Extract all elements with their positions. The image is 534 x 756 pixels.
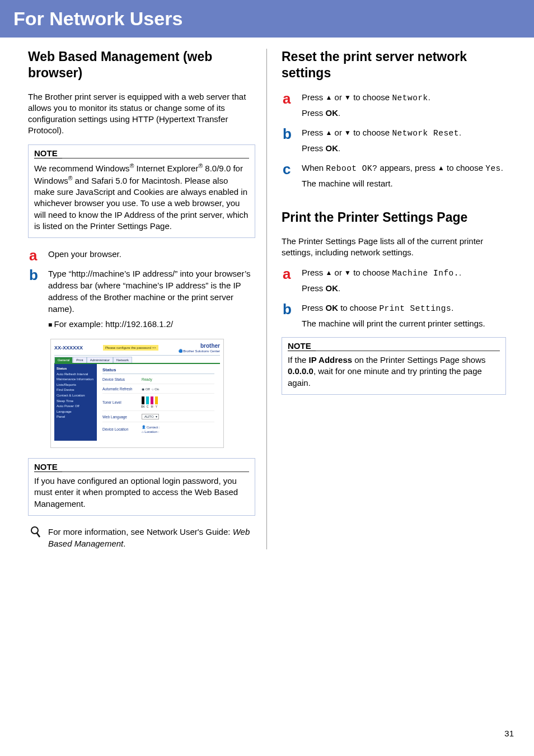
note-box-1: NOTE We recommend Windows® Internet Expl… (28, 144, 255, 239)
info-prefix: For more information, see Network User's… (48, 527, 233, 536)
note-box-2: NOTE If you have configured an optional … (28, 458, 255, 516)
step-marker-a: a (28, 248, 48, 263)
step-marker-a-r2: a (282, 267, 302, 297)
ss-main: Status Device Status Ready Automatic Ref… (97, 364, 220, 441)
step-marker-a-r1: a (282, 91, 302, 122)
ss-brand: brother (200, 343, 220, 349)
left-step-b: b Type “http://machine’s IP address/” in… (28, 268, 255, 333)
left-step-b-text: Type “http://machine’s IP address/” into… (48, 268, 255, 315)
ss-tab-general: General (54, 357, 73, 363)
r1-step-a: a Press ▲ or ▼ to choose Network. Press … (282, 91, 506, 122)
ss-model: XX-XXXXXX (54, 345, 83, 351)
ss-subbrand: 🔵 Brother Solutions Center (179, 349, 220, 353)
left-step-b-example: For example: http://192.168.1.2/ (48, 318, 255, 330)
ss-tabs: General Print Administrator Network (54, 357, 220, 363)
r1-step-b: b Press ▲ or ▼ to choose Network Reset. … (282, 127, 506, 157)
ss-sidebar: Status Auto Refresh Interval Maintenance… (54, 364, 97, 441)
note-box-right: NOTE If the IP Address on the Printer Se… (282, 337, 506, 395)
wbm-screenshot: XX-XXXXXX Please configure the password … (50, 339, 224, 448)
svg-line-1 (37, 533, 40, 537)
step-marker-b-r2: b (282, 302, 302, 333)
page-number: 31 (0, 549, 534, 749)
right-intro2: The Printer Settings Page lists all of t… (282, 236, 506, 259)
step-marker-b-r1: b (282, 127, 302, 157)
note2-title: NOTE (34, 462, 62, 472)
note1-text-0: We recommend Windows (34, 164, 130, 173)
info-suffix: . (123, 539, 125, 548)
right-title-1: Reset the print server network settings (282, 49, 506, 81)
note2-body: If you have configured an optional login… (29, 474, 255, 515)
left-step-a: a Open your browser. (28, 248, 255, 263)
left-intro: The Brother print server is equipped wit… (28, 91, 255, 137)
r2-step-b: b Press OK to choose Print Settings. The… (282, 302, 506, 333)
left-column: Web Based Management (web browser) The B… (28, 49, 267, 549)
ss-tab-admin: Administrator (87, 357, 113, 363)
note1-body: We recommend Windows® Internet Explorer®… (29, 161, 255, 238)
r1-step-c: c When Reboot OK? appears, press ▲ to ch… (282, 162, 506, 193)
ss-tab-network: Network (113, 357, 132, 363)
step-marker-c-r1: c (282, 162, 302, 193)
magnifier-icon (28, 526, 45, 549)
note1-text-1: Internet Explorer (134, 164, 198, 173)
left-step-a-text: Open your browser. (48, 248, 255, 260)
right-column: Reset the print server network settings … (267, 49, 506, 549)
note-right-title: NOTE (288, 341, 316, 351)
info-row: For more information, see Network User's… (28, 526, 255, 549)
ss-tab-print: Print (73, 357, 86, 363)
note1-title: NOTE (34, 148, 62, 158)
right-title-2: Print the Printer Settings Page (282, 209, 506, 226)
step-marker-b: b (28, 268, 48, 333)
content-columns: Web Based Management (web browser) The B… (0, 38, 534, 549)
svg-point-0 (31, 527, 38, 534)
ss-please: Please configure the password >> (103, 345, 158, 351)
note-right-body: If the IP Address on the Printer Setting… (282, 353, 505, 394)
page-banner: For Network Users (0, 0, 534, 38)
r2-step-a: a Press ▲ or ▼ to choose Machine Info.. … (282, 267, 506, 297)
left-title: Web Based Management (web browser) (28, 49, 255, 81)
